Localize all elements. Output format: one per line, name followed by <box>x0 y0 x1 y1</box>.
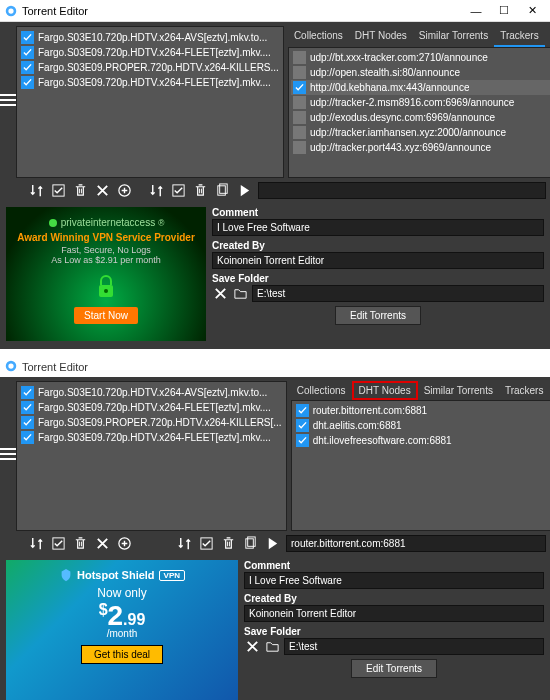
select-all-icon[interactable] <box>198 536 214 552</box>
checkbox-icon[interactable] <box>293 126 306 139</box>
checkbox-icon[interactable] <box>21 401 34 414</box>
tab-collections[interactable]: Collections <box>291 381 352 400</box>
tracker-row[interactable]: udp://bt.xxx-tracker.com:2710/announce <box>291 50 550 65</box>
sort-icon[interactable] <box>148 183 164 199</box>
node-input[interactable] <box>286 535 546 552</box>
select-all-icon[interactable] <box>50 183 66 199</box>
checkbox-icon[interactable] <box>21 76 34 89</box>
tracker-row[interactable]: udp://tracker.iamhansen.xyz:2000/announc… <box>291 125 550 140</box>
file-row[interactable]: Fargo.S03E09.720p.HDTV.x264-FLEET[eztv].… <box>19 75 281 90</box>
remove-icon[interactable] <box>94 536 110 552</box>
tracker-row[interactable]: udp://open.stealth.si:80/announce <box>291 65 550 80</box>
copy-icon[interactable] <box>242 536 258 552</box>
select-all-icon[interactable] <box>170 183 186 199</box>
edit-torrents-button[interactable]: Edit Torrents <box>351 659 437 678</box>
tracker-row[interactable]: udp://tracker.port443.xyz:6969/announce <box>291 140 550 155</box>
comment-input[interactable] <box>244 572 544 589</box>
copy-icon[interactable] <box>214 183 230 199</box>
ad-headline: Award Winning VPN Service Provider <box>16 232 196 243</box>
checkbox-icon[interactable] <box>21 46 34 59</box>
checkbox-icon[interactable] <box>296 404 309 417</box>
file-row[interactable]: Fargo.S03E09.720p.HDTV.x264-FLEET[eztv].… <box>19 400 284 415</box>
tab-similar[interactable]: Similar Torrents <box>413 26 494 47</box>
close-button[interactable]: ✕ <box>518 4 546 17</box>
add-icon[interactable] <box>116 183 132 199</box>
tracker-panel: udp://bt.xxx-tracker.com:2710/announce u… <box>288 48 550 178</box>
tab-collections[interactable]: Collections <box>288 26 349 47</box>
checkbox-icon[interactable] <box>293 66 306 79</box>
node-row[interactable]: dht.ilovefreesoftware.com:6881 <box>294 433 550 448</box>
menu-button[interactable] <box>0 22 16 178</box>
checkbox-icon[interactable] <box>21 61 34 74</box>
savefolder-input[interactable] <box>252 285 544 302</box>
sort-icon[interactable] <box>28 536 44 552</box>
checkbox-icon[interactable] <box>296 419 309 432</box>
checkbox-icon[interactable] <box>296 434 309 447</box>
edit-torrents-button[interactable]: Edit Torrents <box>335 306 421 325</box>
file-row[interactable]: Fargo.S03E09.PROPER.720p.HDTV.x264-KILLE… <box>19 415 284 430</box>
sort-icon[interactable] <box>176 536 192 552</box>
ad-pia[interactable]: privateinternetaccess® Award Winning VPN… <box>6 207 206 341</box>
tab-bar: Collections DHT Nodes Similar Torrents T… <box>288 26 550 48</box>
checkbox-icon[interactable] <box>293 111 306 124</box>
checkbox-icon[interactable] <box>21 31 34 44</box>
checkbox-icon[interactable] <box>21 431 34 444</box>
checkbox-icon[interactable] <box>293 51 306 64</box>
sort-icon[interactable] <box>28 183 44 199</box>
checkbox-icon[interactable] <box>293 81 306 94</box>
file-row[interactable]: Fargo.S03E10.720p.HDTV.x264-AVS[eztv].mk… <box>19 385 284 400</box>
folder-icon[interactable] <box>264 639 280 655</box>
trash-icon[interactable] <box>72 183 88 199</box>
clear-icon[interactable] <box>244 639 260 655</box>
folder-icon[interactable] <box>232 286 248 302</box>
createdby-input[interactable] <box>212 252 544 269</box>
tab-web-seeds[interactable]: Web Seeds <box>545 26 550 47</box>
ad-cta-button[interactable]: Start Now <box>74 307 138 324</box>
window-1: Torrent Editor — ☐ ✕ Fargo.S03E10.720p.H… <box>0 0 550 349</box>
select-all-icon[interactable] <box>50 536 66 552</box>
tab-dht-nodes[interactable]: DHT Nodes <box>352 381 418 400</box>
clear-icon[interactable] <box>212 286 228 302</box>
file-row[interactable]: Fargo.S03E09.720p.HDTV.x264-FLEET[eztv].… <box>19 430 284 445</box>
tracker-row[interactable]: udp://exodus.desync.com:6969/announce <box>291 110 550 125</box>
tab-similar[interactable]: Similar Torrents <box>418 381 499 400</box>
comment-input[interactable] <box>212 219 544 236</box>
add-icon[interactable] <box>116 536 132 552</box>
trash-icon[interactable] <box>192 183 208 199</box>
trash-icon[interactable] <box>72 536 88 552</box>
node-row[interactable]: dht.aelitis.com:6881 <box>294 418 550 433</box>
comment-label: Comment <box>212 207 544 218</box>
form-panel: Comment Created By Save Folder Edit Torr… <box>212 207 544 341</box>
checkbox-icon[interactable] <box>21 386 34 399</box>
checkbox-icon[interactable] <box>21 416 34 429</box>
remove-icon[interactable] <box>94 183 110 199</box>
checkbox-icon[interactable] <box>293 141 306 154</box>
tracker-input[interactable] <box>258 182 546 199</box>
savefolder-input[interactable] <box>284 638 544 655</box>
play-icon[interactable] <box>264 536 280 552</box>
dht-panel: router.bittorrent.com:6881 dht.aelitis.c… <box>291 401 550 531</box>
form-panel: Comment Created By Save Folder Edit Torr… <box>244 560 544 700</box>
minimize-button[interactable]: — <box>462 5 490 17</box>
file-row[interactable]: Fargo.S03E10.720p.HDTV.x264-AVS[eztv].mk… <box>19 30 281 45</box>
ad-hotspot[interactable]: Hotspot ShieldVPN Now only $2.99 /month … <box>6 560 238 700</box>
trash-icon[interactable] <box>220 536 236 552</box>
node-row[interactable]: router.bittorrent.com:6881 <box>294 403 550 418</box>
tab-trackers[interactable]: Trackers <box>499 381 550 400</box>
tab-dht-nodes[interactable]: DHT Nodes <box>349 26 413 47</box>
file-panel: Fargo.S03E10.720p.HDTV.x264-AVS[eztv].mk… <box>16 381 287 531</box>
checkbox-icon[interactable] <box>293 96 306 109</box>
tab-trackers[interactable]: Trackers <box>494 26 545 47</box>
maximize-button[interactable]: ☐ <box>490 4 518 17</box>
createdby-input[interactable] <box>244 605 544 622</box>
ad-cta-button[interactable]: Get this deal <box>81 645 163 664</box>
tracker-row[interactable]: udp://tracker-2.msm8916.com:6969/announc… <box>291 95 550 110</box>
tracker-row[interactable]: http://0d.kebhana.mx:443/announce <box>291 80 550 95</box>
ad-price: $2.99 <box>14 602 230 630</box>
file-row[interactable]: Fargo.S03E09.PROPER.720p.HDTV.x264-KILLE… <box>19 60 281 75</box>
play-icon[interactable] <box>236 183 252 199</box>
ad-sub: As Low as $2.91 per month <box>16 255 196 265</box>
file-row[interactable]: Fargo.S03E09.720p.HDTV.x264-FLEET[eztv].… <box>19 45 281 60</box>
file-panel: Fargo.S03E10.720p.HDTV.x264-AVS[eztv].mk… <box>16 26 284 178</box>
menu-button[interactable] <box>0 377 16 531</box>
